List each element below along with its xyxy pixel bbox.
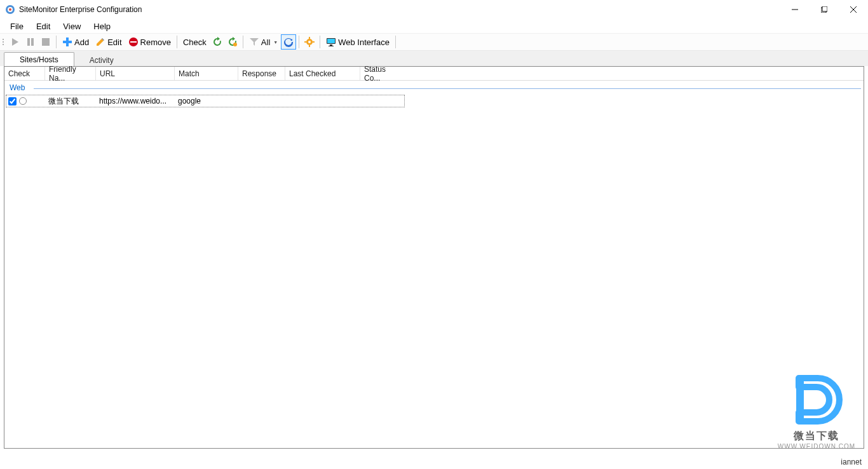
column-headers: Check Friendly Na... URL Match Response … (4, 67, 864, 81)
add-button[interactable]: Add (59, 34, 92, 50)
pencil-icon (95, 37, 105, 47)
edit-label: Edit (107, 37, 121, 47)
window-title: SiteMonitor Enterprise Configuration (19, 5, 780, 14)
check-button[interactable]: Check (180, 34, 210, 50)
plus-icon (62, 37, 72, 47)
status-indicator-icon (19, 97, 27, 105)
status-user: iannet (841, 458, 862, 466)
group-web-label: Web (10, 83, 29, 92)
stop-icon (41, 37, 51, 47)
checkbox-input[interactable] (8, 97, 17, 105)
row-checkbox[interactable] (6, 97, 18, 105)
svg-point-2 (9, 8, 11, 11)
menu-edit[interactable]: Edit (30, 20, 57, 32)
col-check[interactable]: Check (4, 67, 45, 80)
toolbar-grip (3, 36, 6, 48)
col-response[interactable]: Response (238, 67, 285, 80)
funnel-icon (249, 37, 259, 47)
remove-label: Remove (140, 37, 171, 47)
svg-point-18 (233, 43, 237, 46)
svg-marker-14 (97, 39, 104, 46)
table-row[interactable]: 微当下载 https://www.weido... google (6, 95, 405, 107)
menu-help[interactable]: Help (87, 20, 117, 32)
titlebar: SiteMonitor Enterprise Configuration (0, 0, 868, 19)
col-status-code[interactable]: Status Co... (360, 67, 405, 80)
refresh-icon (212, 37, 222, 47)
svg-rect-11 (42, 38, 50, 46)
separator (299, 36, 299, 48)
monitor-icon (326, 37, 336, 47)
separator (320, 36, 320, 48)
settings-button[interactable] (302, 34, 317, 50)
svg-rect-9 (27, 38, 30, 46)
toolbar: Add Edit Remove Check All▼ Web Interface (0, 33, 868, 51)
edit-button[interactable]: Edit (92, 34, 125, 50)
svg-rect-29 (329, 46, 334, 46)
remove-icon (128, 37, 139, 47)
app-icon (5, 4, 15, 15)
col-url[interactable]: URL (96, 67, 175, 80)
refresh-all-icon (227, 37, 238, 47)
pause-icon (25, 37, 36, 47)
separator (395, 36, 396, 48)
filter-all-button[interactable]: All▼ (246, 34, 281, 50)
svg-rect-10 (31, 38, 34, 46)
menu-view[interactable]: View (57, 20, 87, 32)
svg-rect-27 (327, 39, 335, 43)
cell-match: google (174, 97, 238, 105)
svg-rect-24 (304, 41, 306, 43)
statusbar: iannet (0, 455, 868, 469)
separator (177, 36, 177, 48)
menu-file[interactable]: File (4, 20, 30, 32)
svg-rect-17 (130, 41, 137, 43)
svg-rect-22 (309, 37, 310, 39)
svg-marker-8 (12, 38, 18, 46)
menubar: File Edit View Help (0, 19, 868, 33)
tabstrip: Sites/Hosts Activity (0, 51, 868, 66)
minimize-button[interactable] (780, 0, 810, 19)
col-last-checked[interactable]: Last Checked (285, 67, 360, 80)
svg-rect-13 (63, 41, 72, 43)
web-interface-label: Web Interface (338, 37, 390, 47)
all-label: All (261, 37, 270, 47)
gear-icon (304, 37, 315, 47)
check-label: Check (183, 37, 207, 47)
refresh-blue-button[interactable] (281, 34, 296, 50)
svg-rect-25 (313, 41, 315, 43)
play-button[interactable] (8, 34, 23, 50)
separator (56, 36, 57, 48)
maximize-button[interactable] (810, 0, 839, 19)
add-label: Add (74, 37, 89, 47)
svg-rect-5 (822, 6, 827, 11)
cell-friendly-name: 微当下载 (44, 96, 95, 107)
grid-area: Check Friendly Na... URL Match Response … (4, 66, 864, 449)
cell-url: https://www.weido... (95, 97, 174, 105)
separator (243, 36, 243, 48)
close-button[interactable] (839, 0, 868, 19)
svg-rect-28 (330, 44, 332, 46)
pause-button[interactable] (23, 34, 38, 50)
refresh-blue-icon (283, 37, 294, 47)
svg-rect-23 (309, 45, 310, 47)
web-interface-button[interactable]: Web Interface (323, 34, 393, 50)
stop-button[interactable] (38, 34, 53, 50)
window-controls (780, 0, 868, 19)
col-match[interactable]: Match (175, 67, 238, 80)
chevron-down-icon: ▼ (273, 40, 278, 44)
svg-point-21 (308, 41, 311, 43)
refresh-green1-button[interactable] (210, 34, 225, 50)
col-friendly-name[interactable]: Friendly Na... (45, 67, 96, 80)
play-icon (10, 37, 20, 47)
group-web[interactable]: Web (4, 81, 864, 95)
remove-button[interactable]: Remove (125, 34, 174, 50)
refresh-green2-button[interactable] (225, 34, 240, 50)
svg-marker-19 (250, 38, 259, 46)
